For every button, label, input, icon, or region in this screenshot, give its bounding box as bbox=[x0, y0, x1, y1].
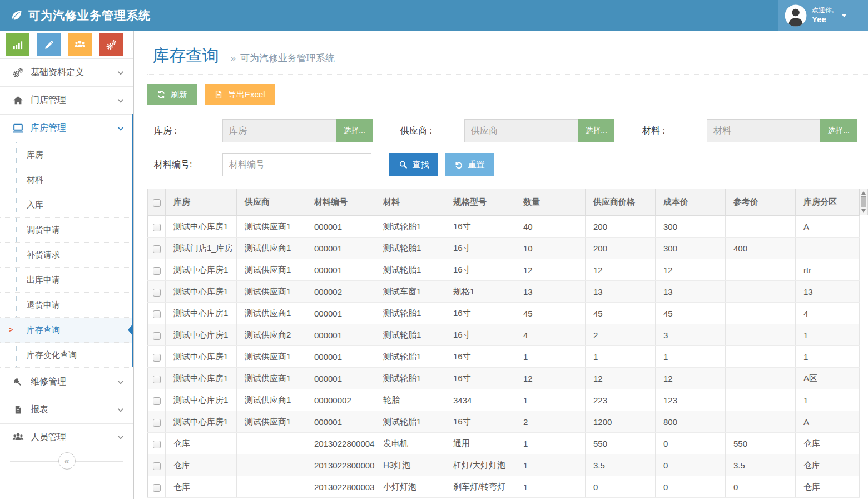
app-brand: 可为汽修业务管理系统 bbox=[10, 0, 151, 31]
table-row[interactable]: 仓库2013022800004发电机通用15500550仓库 bbox=[148, 433, 860, 454]
row-select-cell bbox=[148, 454, 166, 476]
table-cell bbox=[237, 433, 306, 454]
sidebar-item-label: 报表 bbox=[31, 404, 117, 416]
table-row[interactable]: 测试中心库房1测试供应商1000001测试轮胎116寸121212rtr bbox=[148, 259, 860, 281]
row-checkbox[interactable] bbox=[153, 289, 161, 297]
row-checkbox[interactable] bbox=[153, 224, 161, 231]
table-row[interactable]: 测试中心库房1测试供应商1000002测试车窗1规格113131313 bbox=[148, 281, 860, 303]
sidebar-subitem-label: 库存查询 bbox=[27, 325, 60, 334]
row-checkbox[interactable] bbox=[153, 462, 161, 470]
row-checkbox[interactable] bbox=[153, 245, 161, 253]
table-cell: 1200 bbox=[586, 411, 656, 433]
sidebar-subitem-return-request[interactable]: 退货申请 bbox=[0, 293, 133, 318]
sidebar-collapse-button[interactable]: « bbox=[58, 452, 76, 470]
supplier-input[interactable] bbox=[464, 119, 578, 142]
scrollbar-thumb[interactable] bbox=[861, 196, 866, 207]
table-cell: 12 bbox=[656, 259, 726, 281]
app-title: 可为汽修业务管理系统 bbox=[28, 8, 151, 23]
scroll-down-arrow-icon[interactable] bbox=[861, 209, 866, 213]
row-checkbox[interactable] bbox=[153, 354, 161, 362]
table-row[interactable]: 仓库2013022800003小灯灯泡刹车灯/转弯灯1000仓库 bbox=[148, 476, 860, 498]
row-checkbox[interactable] bbox=[153, 376, 161, 383]
sidebar-subitem-inventory-query[interactable]: >库存查询 bbox=[0, 318, 133, 343]
sidebar-subitem-inbound[interactable]: 入库 bbox=[0, 192, 133, 218]
table-cell: 550 bbox=[586, 433, 656, 454]
table-cell bbox=[726, 259, 796, 281]
table-cell bbox=[726, 281, 796, 303]
table-row[interactable]: 测试门店1_库房测试供应商1000001测试轮胎116寸10200300400 bbox=[148, 238, 860, 259]
table-row[interactable]: 测试中心库房1测试供应商1000001测试轮胎116寸40200300A bbox=[148, 216, 860, 238]
table-cell: 测试轮胎1 bbox=[375, 411, 445, 433]
sidebar-item-staff-management[interactable]: 人员管理 bbox=[0, 423, 133, 451]
table-cell: 000001 bbox=[306, 303, 375, 324]
sidebar-item-reports[interactable]: 报表 bbox=[0, 396, 133, 423]
sidebar-item-label: 基础资料定义 bbox=[31, 67, 117, 78]
table-cell bbox=[726, 368, 796, 389]
row-checkbox[interactable] bbox=[153, 310, 161, 318]
row-checkbox[interactable] bbox=[153, 397, 161, 405]
table-row[interactable]: 测试中心库房1测试供应商2000001测试轮胎116寸4231 bbox=[148, 324, 860, 346]
table-row[interactable]: 测试中心库房1测试供应商1000001测试轮胎116寸121212A区 bbox=[148, 368, 860, 389]
sidebar-subitem-transfer-request[interactable]: 调货申请 bbox=[0, 218, 133, 243]
sidebar-subitem-outbound-request[interactable]: 出库申请 bbox=[0, 268, 133, 293]
table-cell: 1 bbox=[515, 433, 586, 454]
row-select-cell bbox=[148, 368, 166, 389]
supplier-select-button[interactable]: 选择... bbox=[578, 119, 614, 142]
sidebar: 基础资料定义门店管理库房管理库房材料入库调货申请补货请求出库申请退货申请>库存查… bbox=[0, 31, 134, 499]
table-row[interactable]: 测试中心库房1测试供应商1000001测试轮胎116寸1111 bbox=[148, 346, 860, 368]
export-excel-button-label: 导出Excel bbox=[228, 90, 265, 100]
sidebar-item-repair-management[interactable]: 维修管理 bbox=[0, 368, 133, 396]
table-cell: 测试轮胎1 bbox=[375, 303, 445, 324]
material-no-label: 材料编号: bbox=[147, 159, 222, 171]
sidebar-subitem-replenish-request[interactable]: 补货请求 bbox=[0, 243, 133, 268]
main-content: 库存查询 »可为汽修业务管理系统 刷新 导出Excel 库房 : 选择... 供… bbox=[134, 31, 868, 499]
sidebar-subitem-inventory-change-query[interactable]: 库存变化查询 bbox=[0, 343, 133, 368]
user-menu[interactable]: 欢迎你, Yee bbox=[778, 0, 868, 31]
row-checkbox[interactable] bbox=[153, 332, 161, 340]
sidebar-subitem-material[interactable]: 材料 bbox=[0, 167, 133, 192]
export-excel-button[interactable]: 导出Excel bbox=[205, 84, 275, 105]
table-cell: 200 bbox=[586, 238, 656, 259]
page-title: 库存查询 bbox=[152, 46, 219, 65]
material-no-input[interactable] bbox=[222, 153, 371, 176]
sidebar-subitem-warehouse[interactable]: 库房 bbox=[0, 142, 133, 167]
shortcut-chart-bar-button[interactable] bbox=[6, 33, 29, 56]
refresh-button[interactable]: 刷新 bbox=[147, 84, 197, 105]
material-select-button[interactable]: 选择... bbox=[820, 119, 857, 142]
breadcrumb-item: 可为汽修业务管理系统 bbox=[240, 53, 335, 63]
sidebar-item-base-data[interactable]: 基础资料定义 bbox=[0, 58, 133, 86]
select-all-checkbox[interactable] bbox=[153, 199, 161, 207]
scroll-up-arrow-icon[interactable] bbox=[861, 191, 866, 195]
material-input[interactable] bbox=[707, 119, 820, 142]
shortcut-group-button[interactable] bbox=[68, 33, 92, 56]
reset-button[interactable]: 重置 bbox=[445, 153, 494, 176]
table-cell bbox=[726, 411, 796, 433]
sidebar-item-warehouse-management[interactable]: 库房管理 bbox=[0, 114, 133, 142]
table-cell: 000001 bbox=[306, 368, 375, 389]
table-cell: 16寸 bbox=[445, 303, 515, 324]
warehouse-input[interactable] bbox=[222, 119, 336, 142]
table-cell: 1 bbox=[796, 389, 860, 411]
table-scrollbar[interactable] bbox=[859, 189, 868, 215]
row-select-cell bbox=[148, 411, 166, 433]
row-checkbox[interactable] bbox=[153, 484, 161, 492]
table-row[interactable]: 测试中心库房1测试供应商1000001测试轮胎116寸4545454 bbox=[148, 303, 860, 324]
warehouse-select-button[interactable]: 选择... bbox=[336, 119, 373, 142]
table-cell: 0 bbox=[586, 476, 656, 498]
table-row[interactable]: 测试中心库房1测试供应商1000001测试轮胎116寸21200800A bbox=[148, 411, 860, 433]
material-label: 材料 : bbox=[614, 125, 707, 137]
row-checkbox[interactable] bbox=[153, 267, 161, 275]
search-button[interactable]: 查找 bbox=[389, 153, 438, 176]
table-cell: 仓库 bbox=[166, 433, 237, 454]
table-row[interactable]: 测试中心库房1测试供应商100000002轮胎343412231231 bbox=[148, 389, 860, 411]
row-checkbox[interactable] bbox=[153, 441, 161, 448]
table-cell: 13 bbox=[586, 281, 656, 303]
shortcut-gears-button[interactable] bbox=[99, 33, 123, 56]
grid-header-row: 库房供应商材料编号材料规格型号数量供应商价格成本价参考价库房分区 bbox=[148, 189, 860, 216]
shortcut-pencil-button[interactable] bbox=[37, 33, 61, 56]
table-cell: 测试中心库房1 bbox=[166, 303, 237, 324]
sidebar-item-store-management[interactable]: 门店管理 bbox=[0, 86, 133, 114]
table-row[interactable]: 仓库2013022800000H3灯泡杠灯/大灯灯泡13.503.5仓库 bbox=[148, 454, 860, 476]
row-checkbox[interactable] bbox=[153, 419, 161, 427]
column-header: 材料编号 bbox=[306, 189, 375, 216]
